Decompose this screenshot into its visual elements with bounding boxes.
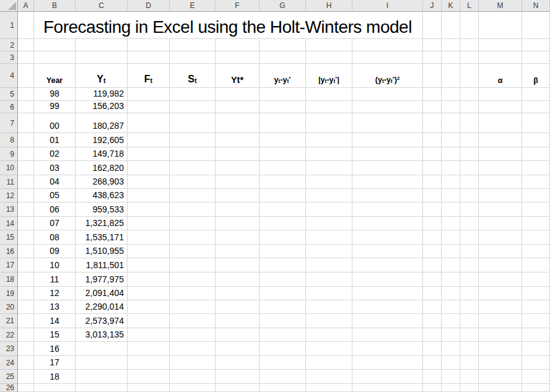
cell-I26[interactable] bbox=[352, 384, 423, 392]
cell-E20[interactable] bbox=[170, 300, 216, 314]
cell-F2[interactable] bbox=[216, 39, 260, 51]
cell-I12[interactable] bbox=[352, 189, 423, 203]
cell-E13[interactable] bbox=[170, 203, 216, 217]
cell-N23[interactable] bbox=[522, 342, 550, 356]
cell-C22[interactable]: 3,013,135 bbox=[76, 328, 128, 342]
row-header-3[interactable]: 3 bbox=[0, 51, 18, 64]
cell-G9[interactable] bbox=[260, 147, 306, 161]
cell-L4[interactable] bbox=[460, 64, 479, 88]
cell-M7[interactable] bbox=[479, 113, 522, 133]
cell-C3[interactable] bbox=[76, 51, 128, 64]
row-header-1[interactable]: 1 bbox=[0, 12, 18, 39]
cell-A18[interactable] bbox=[18, 272, 34, 287]
cell-L25[interactable] bbox=[460, 370, 479, 384]
column-header-B[interactable]: B bbox=[34, 0, 76, 12]
cell-E6[interactable] bbox=[170, 101, 216, 113]
cell-K26[interactable] bbox=[442, 384, 460, 392]
cell-F26[interactable] bbox=[216, 384, 260, 392]
cell-F12[interactable] bbox=[216, 189, 260, 203]
cell-A3[interactable] bbox=[18, 51, 34, 64]
column-header-C[interactable]: C bbox=[76, 0, 128, 12]
cell-F17[interactable] bbox=[216, 258, 260, 272]
cell-E24[interactable] bbox=[170, 356, 216, 370]
cell-I20[interactable] bbox=[352, 300, 423, 314]
cell-N7[interactable] bbox=[522, 113, 550, 133]
cell-M21[interactable] bbox=[479, 314, 522, 328]
cell-E8[interactable] bbox=[170, 133, 216, 147]
column-header-G[interactable]: G bbox=[260, 0, 306, 12]
cell-I17[interactable] bbox=[352, 258, 423, 272]
cell-K2[interactable] bbox=[442, 39, 460, 51]
header-cell-I4[interactable]: (yt-yt*)2 bbox=[352, 64, 423, 88]
cell-K10[interactable] bbox=[442, 161, 460, 175]
header-cell-N4[interactable]: β bbox=[522, 64, 550, 88]
cell-N12[interactable] bbox=[522, 189, 550, 203]
cell-D18[interactable] bbox=[128, 272, 170, 287]
cell-D5[interactable] bbox=[128, 88, 170, 101]
cell-D20[interactable] bbox=[128, 300, 170, 314]
cell-J21[interactable] bbox=[423, 314, 442, 328]
cell-E14[interactable] bbox=[170, 217, 216, 230]
cell-L23[interactable] bbox=[460, 342, 479, 356]
cell-L2[interactable] bbox=[460, 39, 479, 51]
cell-I25[interactable] bbox=[352, 370, 423, 384]
row-header-17[interactable]: 17 bbox=[0, 258, 18, 272]
cell-K6[interactable] bbox=[442, 101, 460, 113]
cell-N3[interactable] bbox=[522, 51, 550, 64]
cell-M3[interactable] bbox=[479, 51, 522, 64]
cell-C10[interactable]: 162,820 bbox=[76, 161, 128, 175]
cell-H9[interactable] bbox=[306, 147, 352, 161]
cell-B10[interactable]: 03 bbox=[34, 161, 76, 175]
cell-J9[interactable] bbox=[423, 147, 442, 161]
cell-I14[interactable] bbox=[352, 217, 423, 230]
cell-H25[interactable] bbox=[306, 370, 352, 384]
cell-G14[interactable] bbox=[260, 217, 306, 230]
cell-E7[interactable] bbox=[170, 113, 216, 133]
cell-J2[interactable] bbox=[423, 39, 442, 51]
cell-I6[interactable] bbox=[352, 101, 423, 113]
cell-L10[interactable] bbox=[460, 161, 479, 175]
cell-H19[interactable] bbox=[306, 287, 352, 300]
spreadsheet-grid[interactable]: ABCDEFGHIJKLMN12345678910111213141516171… bbox=[0, 0, 550, 392]
cell-H18[interactable] bbox=[306, 272, 352, 287]
cell-N17[interactable] bbox=[522, 258, 550, 272]
cell-H3[interactable] bbox=[306, 51, 352, 64]
cell-B26[interactable] bbox=[34, 384, 76, 392]
cell-G17[interactable] bbox=[260, 258, 306, 272]
cell-C24[interactable] bbox=[76, 356, 128, 370]
cell-L14[interactable] bbox=[460, 217, 479, 230]
cell-N18[interactable] bbox=[522, 272, 550, 287]
cell-I10[interactable] bbox=[352, 161, 423, 175]
cell-M26[interactable] bbox=[479, 384, 522, 392]
row-header-23[interactable]: 23 bbox=[0, 342, 18, 356]
cell-D9[interactable] bbox=[128, 147, 170, 161]
cell-C5[interactable]: 119,982 bbox=[76, 88, 128, 101]
row-header-5[interactable]: 5 bbox=[0, 88, 18, 101]
cell-F5[interactable] bbox=[216, 88, 260, 101]
cell-K7[interactable] bbox=[442, 113, 460, 133]
cell-H26[interactable] bbox=[306, 384, 352, 392]
cell-K21[interactable] bbox=[442, 314, 460, 328]
cell-M14[interactable] bbox=[479, 217, 522, 230]
cell-A15[interactable] bbox=[18, 230, 34, 245]
cell-A13[interactable] bbox=[18, 203, 34, 217]
header-cell-B4[interactable]: Year bbox=[34, 64, 76, 88]
cell-F14[interactable] bbox=[216, 217, 260, 230]
cell-A24[interactable] bbox=[18, 356, 34, 370]
cell-D17[interactable] bbox=[128, 258, 170, 272]
cell-N19[interactable] bbox=[522, 287, 550, 300]
cell-N24[interactable] bbox=[522, 356, 550, 370]
cell-N9[interactable] bbox=[522, 147, 550, 161]
cell-L6[interactable] bbox=[460, 101, 479, 113]
cell-J3[interactable] bbox=[423, 51, 442, 64]
cell-N10[interactable] bbox=[522, 161, 550, 175]
cell-J17[interactable] bbox=[423, 258, 442, 272]
cell-C12[interactable]: 438,623 bbox=[76, 189, 128, 203]
cell-H7[interactable] bbox=[306, 113, 352, 133]
cell-J7[interactable] bbox=[423, 113, 442, 133]
cell-B17[interactable]: 10 bbox=[34, 258, 76, 272]
cell-G6[interactable] bbox=[260, 101, 306, 113]
cell-C11[interactable]: 268,903 bbox=[76, 175, 128, 189]
header-cell-C4[interactable]: Yt bbox=[76, 64, 128, 88]
cell-M11[interactable] bbox=[479, 175, 522, 189]
